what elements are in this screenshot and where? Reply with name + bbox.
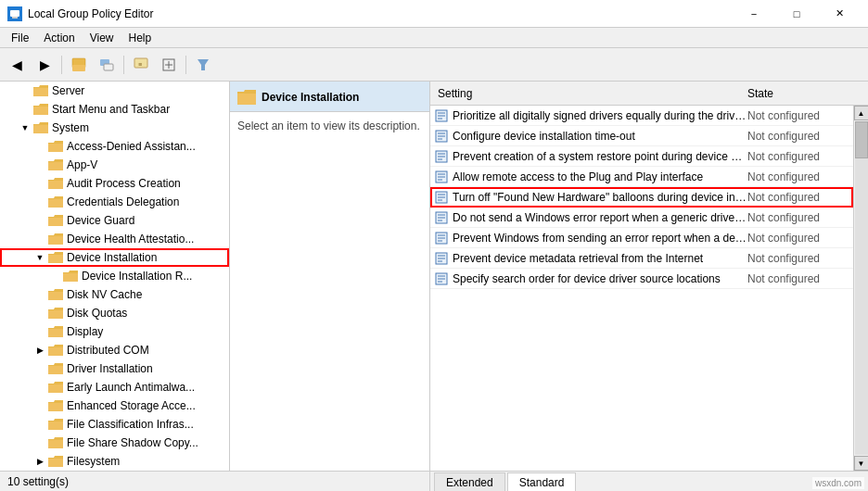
tree-item-credentials[interactable]: Credentials Delegation [0,193,229,211]
tree-item-device-guard[interactable]: Device Guard [0,211,229,230]
properties-button[interactable]: ≡ [128,53,154,77]
tree-item-label: Disk NV Cache [67,288,142,301]
right-table-scroll[interactable]: Prioritize all digitally signed drivers … [430,106,853,471]
menu-view[interactable]: View [83,30,121,46]
scroll-thumb[interactable] [855,121,868,158]
close-button[interactable]: ✕ [818,0,861,28]
table-row[interactable]: Allow remote access to the Plug and Play… [430,167,853,187]
tree-item-label: App-V [67,158,97,171]
tree-item-disk-quotas[interactable]: Disk Quotas [0,304,229,322]
filter-button[interactable] [190,53,216,77]
expand-arrow [33,140,46,153]
expand-arrow [33,418,46,431]
expand-arrow-device-install: ▼ [33,251,46,264]
tree-item-start-menu[interactable]: Start Menu and Taskbar [0,100,229,119]
table-row[interactable]: Prevent Windows from sending an error re… [430,228,853,248]
table-header: Setting State [430,82,868,106]
expand-arrow [33,288,46,301]
maximize-button[interactable]: □ [775,0,818,28]
expand-arrow [33,436,46,449]
expand-arrow [33,177,46,190]
tab-standard[interactable]: Standard [507,472,577,491]
expand-arrow [33,381,46,394]
right-scrollbar[interactable]: ▲ ▼ [853,106,868,471]
tree-item-label: File Classification Infras... [67,418,194,431]
status-text: 10 setting(s) [7,475,69,488]
tab-standard-label: Standard [519,476,565,489]
policy-icon [434,271,449,286]
folder-icon [48,307,63,320]
tree-item-label: Server [52,84,84,97]
tree-item-device-installation-r[interactable]: Device Installation R... [0,267,229,285]
middle-header-title: Device Installation [262,91,359,104]
tree-item-display[interactable]: Display [0,322,229,341]
tree-item-server[interactable]: Server [0,82,229,100]
tree-item-label: Disk Quotas [67,307,127,320]
table-row[interactable]: Prioritize all digitally signed drivers … [430,106,853,126]
tree-item-label: Enhanced Storage Acce... [67,399,196,412]
folder-icon [48,288,63,301]
tree-item-label: Device Installation [67,251,157,264]
menu-help[interactable]: Help [121,30,160,46]
table-row[interactable]: Prevent creation of a system restore poi… [430,146,853,167]
tree-item-app-v[interactable]: App-V [0,156,229,174]
up-button[interactable] [66,53,92,77]
svg-rect-4 [72,65,85,71]
tree-item-early-launch[interactable]: Early Launch Antimalwa... [0,378,229,397]
tree-item-distributed-com[interactable]: ▶ Distributed COM [0,341,229,359]
tree-item-filesystem[interactable]: ▶ Filesystem [0,452,229,471]
scroll-up-button[interactable]: ▲ [854,106,869,120]
policy-state: Not configured [747,170,849,183]
tree-panel[interactable]: Server Start Menu and Taskbar ▼ System A… [0,82,230,471]
policy-name: Do not send a Windows error report when … [453,211,747,224]
table-row[interactable]: Specify search order for device driver s… [430,269,853,289]
table-row[interactable]: Do not send a Windows error report when … [430,208,853,228]
tree-item-label: File Share Shadow Copy... [67,436,198,449]
tree-item-audit-process[interactable]: Audit Process Creation [0,174,229,193]
menu-bar: File Action View Help [0,28,868,48]
forward-button[interactable]: ▶ [32,53,57,77]
table-body-container: Prioritize all digitally signed drivers … [430,106,868,471]
tab-extended[interactable]: Extended [434,472,505,491]
table-row-highlighted[interactable]: Turn off "Found New Hardware" balloons d… [430,187,853,208]
toolbar: ◀ ▶ ≡ [0,48,868,82]
expand-arrow-filesystem: ▶ [33,455,46,468]
tab-extended-label: Extended [446,476,493,489]
tree-item-file-share-shadow[interactable]: File Share Shadow Copy... [0,434,229,452]
middle-header: Device Installation [230,82,429,112]
tree-item-device-health[interactable]: Device Health Attestatio... [0,230,229,248]
tree-item-access-denied[interactable]: Access-Denied Assistan... [0,137,229,156]
back-button[interactable]: ◀ [4,53,30,77]
tree-item-system[interactable]: ▼ System [0,119,229,137]
folder-icon [48,140,63,153]
col-state-header: State [747,87,849,100]
middle-panel: Device Installation Select an item to vi… [230,82,430,471]
policy-icon [434,129,449,144]
minimize-button[interactable]: − [733,0,775,28]
new-button[interactable] [156,53,182,77]
expand-arrow-distributed: ▶ [33,344,46,357]
svg-rect-2 [12,17,18,19]
folder-icon [33,84,48,97]
status-bar: 10 setting(s) [0,472,230,491]
expand-arrow [48,270,61,283]
tree-item-device-installation[interactable]: ▼ Device Installation [0,248,229,267]
app-icon [7,6,22,21]
svg-text:≡: ≡ [138,61,142,68]
tree-item-disk-nv-cache[interactable]: Disk NV Cache [0,285,229,304]
tabs-area: Extended Standard [430,472,868,491]
tree-item-enhanced-storage[interactable]: Enhanced Storage Acce... [0,397,229,415]
menu-file[interactable]: File [4,30,36,46]
table-rows: Prioritize all digitally signed drivers … [430,106,853,471]
tree-item-file-classification[interactable]: File Classification Infras... [0,415,229,434]
policy-icon [434,251,449,266]
tree-item-label: Filesystem [67,455,120,468]
show-hide-button[interactable] [94,53,120,77]
table-row[interactable]: Configure device installation time-out N… [430,126,853,146]
tree-item-driver-installation[interactable]: Driver Installation [0,359,229,378]
expand-arrow [33,362,46,375]
table-row[interactable]: Prevent device metadata retrieval from t… [430,248,853,269]
scroll-down-button[interactable]: ▼ [854,456,869,471]
menu-action[interactable]: Action [36,30,82,46]
main-layout: Server Start Menu and Taskbar ▼ System A… [0,82,868,471]
